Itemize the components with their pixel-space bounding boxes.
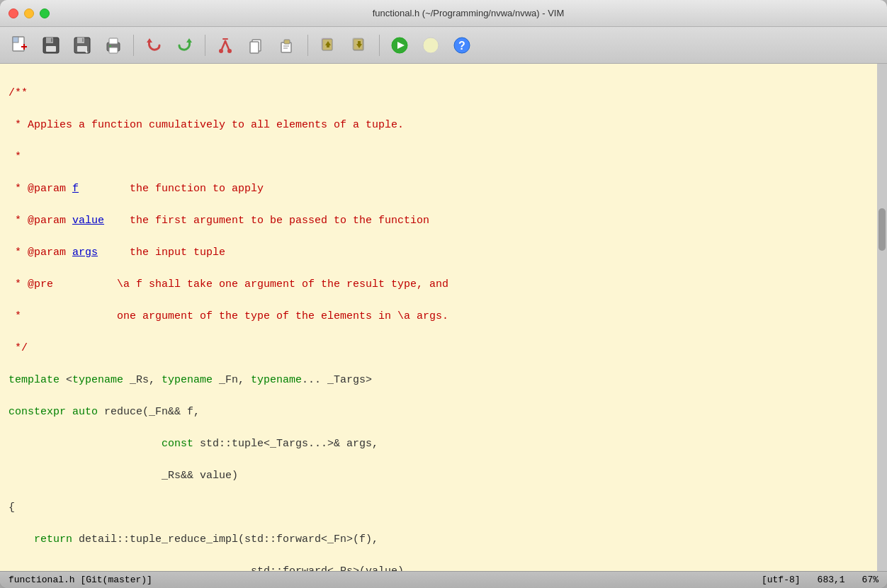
redo-button[interactable] xyxy=(171,31,199,60)
minimize-button[interactable] xyxy=(24,9,34,18)
separator-2 xyxy=(205,35,205,56)
toolbar: + xyxy=(0,27,887,64)
editor-container: /** * Applies a function cumulatively to… xyxy=(0,64,887,571)
save-button[interactable] xyxy=(37,31,65,60)
separator-4 xyxy=(379,35,380,56)
upload-button[interactable] xyxy=(314,31,342,60)
editor-content[interactable]: /** * Applies a function cumulatively to… xyxy=(0,64,877,571)
svg-rect-25 xyxy=(250,42,259,53)
status-bar: functional.h [Git(master)] [utf-8] 683,1… xyxy=(0,571,887,588)
vim-window: functional.h (~/Programming/nvwa/nvwa) -… xyxy=(0,0,887,588)
status-percentage: 67% xyxy=(862,575,878,585)
separator-1 xyxy=(133,35,134,56)
copy-button[interactable] xyxy=(242,31,271,60)
svg-rect-33 xyxy=(327,45,329,47)
svg-point-40 xyxy=(423,38,439,53)
svg-point-22 xyxy=(227,49,232,53)
close-button[interactable] xyxy=(9,9,18,18)
svg-point-21 xyxy=(219,49,223,53)
svg-rect-27 xyxy=(284,40,290,44)
download-button[interactable] xyxy=(345,31,373,60)
svg-rect-6 xyxy=(46,46,56,52)
save-as-button[interactable]: + xyxy=(68,31,96,60)
svg-marker-18 xyxy=(186,38,192,43)
new-file-button[interactable] xyxy=(6,31,34,60)
svg-rect-37 xyxy=(358,41,361,45)
run-button[interactable] xyxy=(385,31,414,60)
scrollbar-thumb[interactable] xyxy=(878,208,886,251)
help-button[interactable]: ? xyxy=(448,31,476,60)
svg-rect-16 xyxy=(109,45,111,47)
svg-text:?: ? xyxy=(458,40,465,52)
status-position: 683,1 xyxy=(818,575,845,585)
status-right: [utf-8] 683,1 67% xyxy=(762,575,878,585)
scrollbar[interactable] xyxy=(877,64,887,571)
svg-rect-7 xyxy=(51,38,52,42)
svg-rect-15 xyxy=(109,47,118,53)
svg-rect-11 xyxy=(82,38,84,42)
paste-button[interactable] xyxy=(273,31,302,60)
svg-rect-1 xyxy=(13,37,18,43)
status-filename: functional.h [Git(master)] xyxy=(9,575,762,585)
undo-button[interactable] xyxy=(140,31,168,60)
traffic-lights xyxy=(9,9,50,18)
build-button[interactable]: ☢ xyxy=(417,31,445,60)
svg-text:+: + xyxy=(85,49,89,55)
status-encoding: [utf-8] xyxy=(762,575,801,585)
separator-3 xyxy=(307,35,308,56)
svg-marker-17 xyxy=(147,38,152,43)
print-button[interactable] xyxy=(99,31,128,60)
window-title: functional.h (~/Programming/nvwa/nvwa) -… xyxy=(58,8,878,18)
title-bar: functional.h (~/Programming/nvwa/nvwa) -… xyxy=(0,0,887,27)
cut-button[interactable] xyxy=(211,31,239,60)
maximize-button[interactable] xyxy=(40,9,50,18)
svg-rect-14 xyxy=(109,38,118,44)
